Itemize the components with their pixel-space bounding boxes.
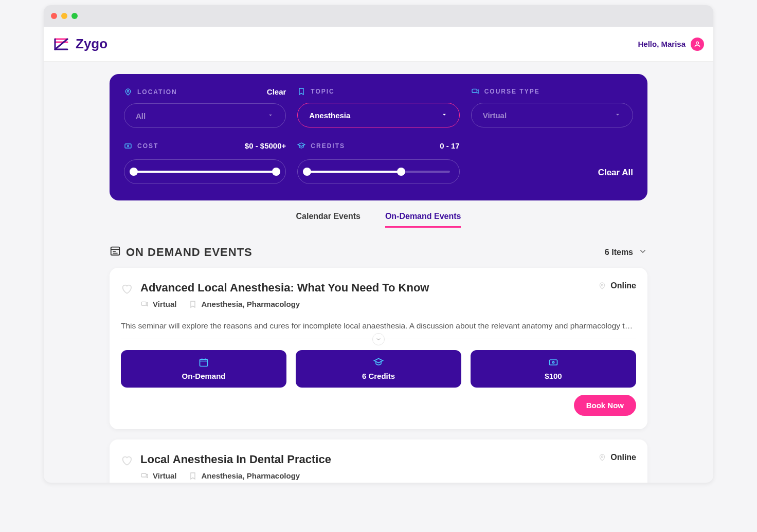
svg-point-1 xyxy=(127,90,129,92)
pill-credits-text: 6 Credits xyxy=(362,372,395,380)
logo-icon xyxy=(53,36,69,52)
credits-range-value: 0 - 17 xyxy=(440,141,459,150)
graduation-icon xyxy=(373,357,384,368)
credits-icon xyxy=(297,142,305,150)
svg-rect-8 xyxy=(200,359,208,366)
svg-rect-6 xyxy=(141,302,146,305)
bookmark-icon xyxy=(297,87,305,96)
user-area[interactable]: Hello, Marisa xyxy=(638,38,704,51)
filter-cost-label: COST xyxy=(137,142,158,150)
cost-slider-min-knob[interactable] xyxy=(130,168,138,176)
money-icon xyxy=(548,357,558,368)
event-format: Virtual xyxy=(153,471,176,480)
minimize-window-button[interactable] xyxy=(61,13,67,19)
close-window-button[interactable] xyxy=(51,13,57,19)
pill-cost: $100 xyxy=(471,350,636,388)
topic-select-value: Anesthesia xyxy=(309,111,350,120)
course-type-select[interactable]: Virtual xyxy=(471,103,633,127)
app-header: Zygo Hello, Marisa xyxy=(44,27,713,62)
calendar-list-icon xyxy=(110,245,121,260)
chevron-down-icon xyxy=(638,247,647,258)
clear-location-button[interactable]: Clear xyxy=(267,87,286,96)
items-count-dropdown[interactable]: 6 Items xyxy=(605,247,647,258)
brand[interactable]: Zygo xyxy=(53,36,107,52)
maximize-window-button[interactable] xyxy=(71,13,78,19)
calendar-icon xyxy=(199,357,209,368)
event-location: Online xyxy=(610,453,636,462)
pill-schedule: On-Demand xyxy=(121,350,286,388)
location-icon xyxy=(124,88,132,96)
filter-topic-label: TOPIC xyxy=(311,88,334,95)
topic-select[interactable]: Anesthesia xyxy=(297,103,459,127)
favorite-button[interactable] xyxy=(121,283,132,295)
cost-slider[interactable] xyxy=(124,159,286,184)
event-card: Advanced Local Anesthesia: What You Need… xyxy=(110,268,647,429)
event-format: Virtual xyxy=(153,300,176,308)
filter-credits-label: CREDITS xyxy=(311,142,345,150)
event-topics: Anesthesia, Pharmacology xyxy=(201,300,300,308)
cost-icon xyxy=(124,142,132,150)
event-title: Local Anesthesia In Dental Practice xyxy=(140,453,331,466)
bookmark-icon xyxy=(189,472,197,480)
section-header: ON DEMAND EVENTS 6 Items xyxy=(110,245,647,260)
filter-topic: TOPIC Anesthesia xyxy=(297,87,459,128)
svg-point-4 xyxy=(128,145,129,146)
location-icon xyxy=(598,282,606,290)
filter-course-type: COURSE TYPE Virtual xyxy=(471,87,633,128)
event-topics: Anesthesia, Pharmacology xyxy=(201,471,300,480)
book-now-button[interactable]: Book Now xyxy=(574,395,636,416)
avatar-icon xyxy=(691,38,704,51)
app-window: Zygo Hello, Marisa LO xyxy=(44,5,713,483)
titlebar xyxy=(44,5,713,27)
event-location: Online xyxy=(610,281,636,290)
location-select-value: All xyxy=(136,112,146,120)
chevron-down-icon xyxy=(267,112,274,120)
svg-point-12 xyxy=(602,456,603,457)
filter-location: LOCATION Clear All xyxy=(124,87,286,128)
svg-rect-2 xyxy=(472,89,477,93)
svg-point-7 xyxy=(602,284,603,286)
tab-on-demand-events[interactable]: On-Demand Events xyxy=(385,212,461,228)
location-select[interactable]: All xyxy=(124,103,286,128)
filter-course-type-label: COURSE TYPE xyxy=(484,88,540,95)
svg-rect-11 xyxy=(141,473,146,477)
event-card: Local Anesthesia In Dental Practice Virt… xyxy=(110,439,647,483)
course-type-icon xyxy=(471,87,479,96)
expand-button[interactable] xyxy=(372,333,385,345)
tab-calendar-events[interactable]: Calendar Events xyxy=(296,212,361,228)
credits-slider-min-knob[interactable] xyxy=(303,168,311,176)
bookmark-icon xyxy=(189,300,197,308)
content: LOCATION Clear All xyxy=(44,62,713,483)
pill-credits: 6 Credits xyxy=(296,350,461,388)
filter-panel: LOCATION Clear All xyxy=(110,74,647,200)
credits-slider[interactable] xyxy=(297,159,459,184)
svg-rect-3 xyxy=(125,144,131,148)
view-tabs: Calendar Events On-Demand Events xyxy=(110,212,647,228)
svg-rect-9 xyxy=(550,360,557,365)
user-greeting: Hello, Marisa xyxy=(638,40,686,48)
cost-range-value: $0 - $5000+ xyxy=(245,141,286,150)
virtual-icon xyxy=(140,472,149,480)
chevron-down-icon xyxy=(441,111,448,120)
favorite-button[interactable] xyxy=(121,455,132,466)
svg-point-0 xyxy=(696,42,699,44)
event-description: This seminar will explore the reasons an… xyxy=(121,320,636,332)
location-icon xyxy=(598,453,606,462)
virtual-icon xyxy=(140,300,149,308)
filter-cost: COST $0 - $5000+ xyxy=(124,141,286,184)
clear-all-button[interactable]: Clear All xyxy=(471,168,633,184)
credits-slider-max-knob[interactable] xyxy=(397,168,405,176)
svg-point-10 xyxy=(552,362,554,363)
chevron-down-icon xyxy=(614,111,621,120)
cost-slider-max-knob[interactable] xyxy=(272,168,280,176)
filter-credits: CREDITS 0 - 17 xyxy=(297,141,459,184)
items-count-label: 6 Items xyxy=(605,248,633,257)
filter-location-label: LOCATION xyxy=(137,88,177,96)
pill-cost-text: $100 xyxy=(545,372,562,380)
pill-schedule-text: On-Demand xyxy=(182,372,225,380)
course-type-select-value: Virtual xyxy=(483,111,507,120)
brand-name: Zygo xyxy=(76,36,107,52)
section-title: ON DEMAND EVENTS xyxy=(126,246,253,259)
event-title: Advanced Local Anesthesia: What You Need… xyxy=(140,281,429,295)
